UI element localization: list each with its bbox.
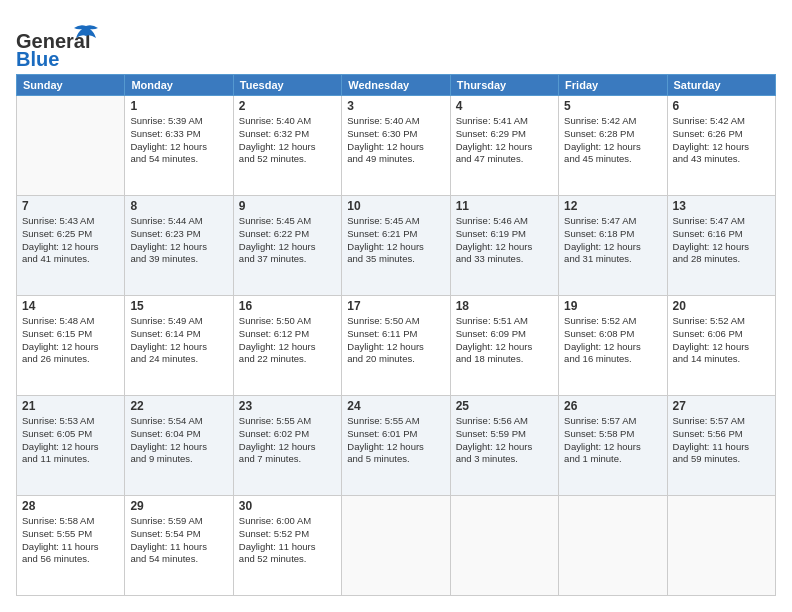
day-number: 12 [564,199,661,213]
col-header-saturday: Saturday [667,75,775,96]
calendar-cell: 7Sunrise: 5:43 AM Sunset: 6:25 PM Daylig… [17,196,125,296]
day-info: Sunrise: 5:57 AM Sunset: 5:58 PM Dayligh… [564,415,661,466]
day-info: Sunrise: 5:48 AM Sunset: 6:15 PM Dayligh… [22,315,119,366]
calendar-cell: 24Sunrise: 5:55 AM Sunset: 6:01 PM Dayli… [342,396,450,496]
calendar-cell: 25Sunrise: 5:56 AM Sunset: 5:59 PM Dayli… [450,396,558,496]
calendar-cell: 9Sunrise: 5:45 AM Sunset: 6:22 PM Daylig… [233,196,341,296]
day-number: 23 [239,399,336,413]
calendar-cell: 10Sunrise: 5:45 AM Sunset: 6:21 PM Dayli… [342,196,450,296]
col-header-monday: Monday [125,75,233,96]
day-number: 19 [564,299,661,313]
day-info: Sunrise: 5:47 AM Sunset: 6:16 PM Dayligh… [673,215,770,266]
day-number: 26 [564,399,661,413]
calendar-cell: 23Sunrise: 5:55 AM Sunset: 6:02 PM Dayli… [233,396,341,496]
day-info: Sunrise: 5:50 AM Sunset: 6:12 PM Dayligh… [239,315,336,366]
col-header-friday: Friday [559,75,667,96]
day-number: 20 [673,299,770,313]
calendar-cell [450,496,558,596]
calendar-cell: 1Sunrise: 5:39 AM Sunset: 6:33 PM Daylig… [125,96,233,196]
calendar-cell: 27Sunrise: 5:57 AM Sunset: 5:56 PM Dayli… [667,396,775,496]
col-header-thursday: Thursday [450,75,558,96]
calendar-cell [667,496,775,596]
calendar-cell: 5Sunrise: 5:42 AM Sunset: 6:28 PM Daylig… [559,96,667,196]
calendar-cell: 13Sunrise: 5:47 AM Sunset: 6:16 PM Dayli… [667,196,775,296]
calendar-cell: 4Sunrise: 5:41 AM Sunset: 6:29 PM Daylig… [450,96,558,196]
week-row-3: 14Sunrise: 5:48 AM Sunset: 6:15 PM Dayli… [17,296,776,396]
day-number: 9 [239,199,336,213]
day-number: 25 [456,399,553,413]
day-number: 16 [239,299,336,313]
col-header-tuesday: Tuesday [233,75,341,96]
day-info: Sunrise: 5:59 AM Sunset: 5:54 PM Dayligh… [130,515,227,566]
week-row-4: 21Sunrise: 5:53 AM Sunset: 6:05 PM Dayli… [17,396,776,496]
calendar-cell: 2Sunrise: 5:40 AM Sunset: 6:32 PM Daylig… [233,96,341,196]
logo: General Blue [16,16,106,66]
calendar-cell: 30Sunrise: 6:00 AM Sunset: 5:52 PM Dayli… [233,496,341,596]
calendar-cell: 26Sunrise: 5:57 AM Sunset: 5:58 PM Dayli… [559,396,667,496]
day-info: Sunrise: 5:43 AM Sunset: 6:25 PM Dayligh… [22,215,119,266]
calendar-cell: 15Sunrise: 5:49 AM Sunset: 6:14 PM Dayli… [125,296,233,396]
header-row: SundayMondayTuesdayWednesdayThursdayFrid… [17,75,776,96]
calendar-cell: 20Sunrise: 5:52 AM Sunset: 6:06 PM Dayli… [667,296,775,396]
day-number: 18 [456,299,553,313]
calendar-cell: 14Sunrise: 5:48 AM Sunset: 6:15 PM Dayli… [17,296,125,396]
calendar-cell [17,96,125,196]
day-info: Sunrise: 5:56 AM Sunset: 5:59 PM Dayligh… [456,415,553,466]
calendar-cell: 22Sunrise: 5:54 AM Sunset: 6:04 PM Dayli… [125,396,233,496]
day-number: 5 [564,99,661,113]
day-info: Sunrise: 5:46 AM Sunset: 6:19 PM Dayligh… [456,215,553,266]
day-info: Sunrise: 5:50 AM Sunset: 6:11 PM Dayligh… [347,315,444,366]
calendar-cell: 3Sunrise: 5:40 AM Sunset: 6:30 PM Daylig… [342,96,450,196]
day-number: 6 [673,99,770,113]
day-info: Sunrise: 5:40 AM Sunset: 6:30 PM Dayligh… [347,115,444,166]
day-number: 1 [130,99,227,113]
day-info: Sunrise: 5:49 AM Sunset: 6:14 PM Dayligh… [130,315,227,366]
day-info: Sunrise: 5:47 AM Sunset: 6:18 PM Dayligh… [564,215,661,266]
calendar-cell: 16Sunrise: 5:50 AM Sunset: 6:12 PM Dayli… [233,296,341,396]
week-row-5: 28Sunrise: 5:58 AM Sunset: 5:55 PM Dayli… [17,496,776,596]
day-info: Sunrise: 5:39 AM Sunset: 6:33 PM Dayligh… [130,115,227,166]
page: General Blue SundayMondayTuesdayWednesda… [0,0,792,612]
day-info: Sunrise: 5:44 AM Sunset: 6:23 PM Dayligh… [130,215,227,266]
day-info: Sunrise: 6:00 AM Sunset: 5:52 PM Dayligh… [239,515,336,566]
day-info: Sunrise: 5:55 AM Sunset: 6:02 PM Dayligh… [239,415,336,466]
day-info: Sunrise: 5:42 AM Sunset: 6:28 PM Dayligh… [564,115,661,166]
day-info: Sunrise: 5:52 AM Sunset: 6:08 PM Dayligh… [564,315,661,366]
day-info: Sunrise: 5:55 AM Sunset: 6:01 PM Dayligh… [347,415,444,466]
day-number: 24 [347,399,444,413]
calendar-table: SundayMondayTuesdayWednesdayThursdayFrid… [16,74,776,596]
day-info: Sunrise: 5:58 AM Sunset: 5:55 PM Dayligh… [22,515,119,566]
day-number: 27 [673,399,770,413]
day-info: Sunrise: 5:45 AM Sunset: 6:22 PM Dayligh… [239,215,336,266]
day-number: 4 [456,99,553,113]
day-number: 7 [22,199,119,213]
day-number: 22 [130,399,227,413]
day-info: Sunrise: 5:54 AM Sunset: 6:04 PM Dayligh… [130,415,227,466]
week-row-1: 1Sunrise: 5:39 AM Sunset: 6:33 PM Daylig… [17,96,776,196]
day-number: 28 [22,499,119,513]
day-number: 13 [673,199,770,213]
day-number: 11 [456,199,553,213]
calendar-cell: 19Sunrise: 5:52 AM Sunset: 6:08 PM Dayli… [559,296,667,396]
header: General Blue [16,16,776,66]
day-info: Sunrise: 5:52 AM Sunset: 6:06 PM Dayligh… [673,315,770,366]
calendar-cell: 12Sunrise: 5:47 AM Sunset: 6:18 PM Dayli… [559,196,667,296]
calendar-cell: 28Sunrise: 5:58 AM Sunset: 5:55 PM Dayli… [17,496,125,596]
col-header-sunday: Sunday [17,75,125,96]
calendar-cell [342,496,450,596]
calendar-cell [559,496,667,596]
calendar-cell: 18Sunrise: 5:51 AM Sunset: 6:09 PM Dayli… [450,296,558,396]
day-info: Sunrise: 5:41 AM Sunset: 6:29 PM Dayligh… [456,115,553,166]
calendar-cell: 8Sunrise: 5:44 AM Sunset: 6:23 PM Daylig… [125,196,233,296]
day-info: Sunrise: 5:42 AM Sunset: 6:26 PM Dayligh… [673,115,770,166]
logo-blue: Blue [16,48,59,71]
day-info: Sunrise: 5:51 AM Sunset: 6:09 PM Dayligh… [456,315,553,366]
day-number: 21 [22,399,119,413]
day-number: 2 [239,99,336,113]
day-number: 3 [347,99,444,113]
calendar-cell: 21Sunrise: 5:53 AM Sunset: 6:05 PM Dayli… [17,396,125,496]
day-info: Sunrise: 5:45 AM Sunset: 6:21 PM Dayligh… [347,215,444,266]
day-info: Sunrise: 5:53 AM Sunset: 6:05 PM Dayligh… [22,415,119,466]
col-header-wednesday: Wednesday [342,75,450,96]
day-number: 15 [130,299,227,313]
